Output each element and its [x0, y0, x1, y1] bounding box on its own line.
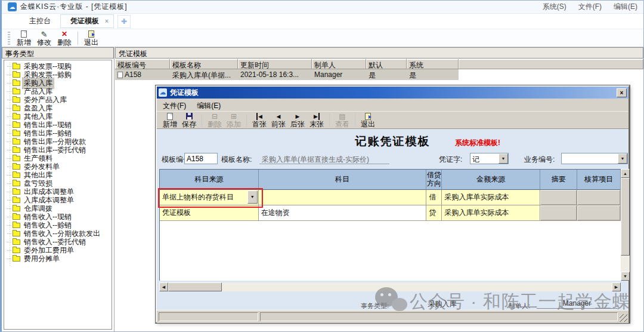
template-name-label: 模板名称: [221, 155, 252, 165]
col-template-code[interactable]: 模板编号 [115, 59, 170, 69]
transaction-type-item[interactable]: 销售出库--委托代销 [4, 146, 112, 154]
dlg-add-row-button[interactable]: 添加 [224, 112, 243, 128]
dlg-next-button[interactable]: ▶ 后张 [288, 112, 307, 128]
col-amount-source: 金额来源 [442, 170, 540, 190]
dlg-last-button[interactable]: ▶ 末张 [307, 112, 326, 128]
dlg-delete-row-button[interactable]: 删除 [205, 112, 224, 128]
account-cell[interactable] [259, 190, 427, 205]
voucher-word-select[interactable]: 记 ▼ [470, 153, 509, 164]
transaction-type-item[interactable]: 盘盈入库 [4, 104, 112, 112]
transaction-type-item[interactable]: 费用分摊单 [4, 254, 112, 263]
modify-button[interactable]: 修改 [34, 30, 54, 46]
dlg-first-button[interactable]: ◀ 首张 [250, 112, 269, 128]
menu-edit[interactable]: 编辑(E) [614, 2, 637, 12]
grid-vertical-scrollbar[interactable]: ▲ ▼ [621, 169, 630, 281]
toolbar-separator [78, 32, 78, 45]
check-item-cell[interactable] [577, 205, 621, 221]
business-no-label: 业务编号: [524, 155, 555, 165]
dlg-view-button[interactable]: 查看 [333, 112, 352, 128]
check-item-cell[interactable] [577, 190, 621, 205]
folder-icon [13, 189, 20, 195]
summary-cell[interactable] [540, 190, 577, 205]
folder-icon [13, 114, 20, 119]
chevron-down-icon[interactable]: ▼ [499, 153, 508, 164]
cell-template-name: 采购入库单(单据... [170, 69, 238, 80]
system-standard-badge: 系统标准模板! [455, 138, 500, 148]
transaction-type-tree: 采购发票--现购 采购发票--赊购 采购入库 产品入库 [4, 60, 112, 330]
delete-button[interactable]: 删除 [54, 30, 75, 46]
amount-source-cell[interactable]: 采购入库单实际成本 [442, 190, 540, 205]
exit-button[interactable]: 退出 [81, 30, 101, 46]
grid-horizontal-scrollbar[interactable]: ◀ ▶ [159, 282, 621, 291]
col-creator[interactable]: 制单人 [312, 59, 366, 69]
template-list-row[interactable]: A158 采购入库单(单据... 2021-05-18 16:3... Mana… [115, 69, 459, 80]
cell-system: 是 [407, 69, 459, 80]
col-system[interactable]: 系统 [407, 59, 459, 69]
folder-icon [13, 206, 20, 211]
transaction-type-item[interactable]: 委外发料单 [4, 162, 112, 171]
exit-door-icon [88, 30, 94, 38]
col-update-time[interactable]: 更新时间 [238, 59, 312, 69]
dlg-prev-button[interactable]: ◀ 前张 [269, 112, 288, 128]
menu-system[interactable]: 系统(S) [543, 2, 566, 12]
dlg-save-button[interactable]: 保存 [179, 112, 199, 128]
new-button[interactable]: 新增 [14, 30, 34, 46]
account-cell[interactable]: 在途物资 [259, 205, 427, 221]
tab-close-icon[interactable]: × [104, 18, 110, 24]
delete-row-icon [212, 112, 218, 120]
top-menubar: 系统(S) 文件(F) 编辑(E) [543, 2, 637, 12]
folder-icon [13, 147, 20, 153]
tab-voucher-template[interactable]: 凭证模板 × [60, 14, 114, 28]
template-code-input[interactable] [184, 153, 218, 164]
dlg-exit-button[interactable]: 退出 [358, 112, 377, 128]
entries-grid: 科目来源 科目 借贷方向 金额来源 摘要 核算项目 单据上物料的存货科目 ▼ [159, 169, 621, 281]
doc-icon [117, 72, 123, 78]
dialog-menu-file[interactable]: 文件(F) [163, 101, 186, 109]
new-doc-icon [167, 113, 173, 120]
grid-header-row: 科目来源 科目 借贷方向 金额来源 摘要 核算项目 [160, 170, 621, 190]
dialog-footer: 事务类型: 采购入库 制单人: Manager [157, 298, 628, 311]
direction-cell[interactable]: 借 [426, 190, 442, 205]
folder-icon [13, 139, 20, 145]
folder-icon [13, 156, 20, 161]
col-template-name[interactable]: 模板名称 [170, 59, 238, 69]
dialog-menu-edit[interactable]: 编辑(E) [197, 101, 221, 109]
folder-icon [13, 106, 20, 111]
cell-update-time: 2021-05-18 16:3... [238, 69, 312, 80]
tab-bar: 主控台 凭证模板 × ✚ [2, 14, 643, 29]
tab-console[interactable]: 主控台 [20, 14, 60, 28]
toolbar-grip[interactable] [8, 32, 10, 45]
menu-file[interactable]: 文件(F) [578, 2, 602, 12]
transaction-type-item[interactable]: 采购发票--赊购 [4, 70, 112, 79]
chevron-down-icon[interactable]: ▼ [618, 153, 627, 164]
new-doc-icon [21, 30, 27, 38]
statusbar-panel [159, 312, 258, 321]
dialog-titlebar[interactable]: ☁ 凭证模板 × [157, 87, 628, 99]
creator-value: Manager [537, 299, 617, 309]
business-no-select[interactable]: ▼ [561, 153, 628, 164]
folder-icon [13, 173, 20, 178]
template-name-value[interactable]: 采购入库单(单据直接生成-实际价) [259, 153, 389, 164]
scrollbar-thumb[interactable] [621, 178, 630, 256]
transaction-type-item[interactable]: 委外产品入库 [4, 96, 112, 104]
transaction-type-item[interactable]: 采购入库 [4, 79, 112, 87]
summary-cell[interactable] [540, 205, 577, 221]
dlg-new-button[interactable]: 新增 [160, 112, 179, 128]
transaction-type-item[interactable]: 其他出库 [4, 171, 112, 179]
col-default[interactable]: 默认 [366, 59, 407, 69]
add-row-icon [231, 112, 237, 120]
resize-grip[interactable] [620, 314, 627, 322]
direction-cell[interactable]: 贷 [426, 205, 442, 221]
cell-creator: Manager [312, 69, 366, 80]
transaction-type-item[interactable]: 入库成本调整单 [4, 196, 112, 204]
scrollbar-track[interactable] [222, 282, 612, 291]
tab-add-icon[interactable]: ✚ [117, 15, 131, 28]
scroll-up-icon[interactable]: ▲ [621, 169, 630, 178]
save-icon [186, 113, 193, 119]
scroll-right-icon[interactable]: ▶ [612, 282, 621, 291]
amount-source-cell[interactable]: 采购入库单实际成本 [442, 205, 540, 221]
scroll-left-icon[interactable]: ◀ [159, 282, 168, 291]
scrollbar-thumb[interactable] [168, 282, 222, 291]
dialog-close-button[interactable]: × [617, 88, 627, 97]
scroll-down-icon[interactable]: ▼ [621, 272, 630, 281]
